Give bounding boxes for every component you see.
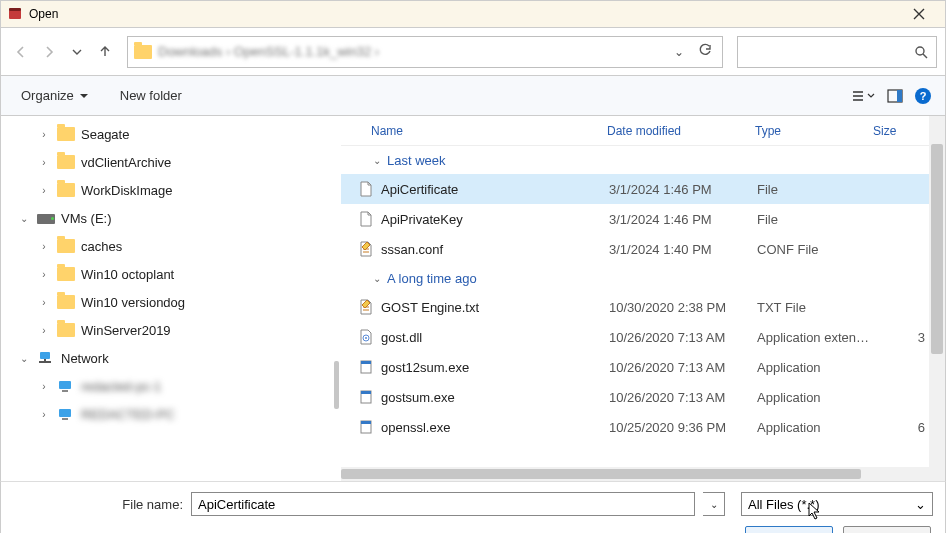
expand-toggle[interactable]: › [37, 325, 51, 336]
file-name: ApiCertificate [381, 182, 609, 197]
col-type[interactable]: Type [755, 124, 873, 138]
tree-item[interactable]: ›redacted-pc-1 [1, 372, 341, 400]
tree-item[interactable]: ⌄VMs (E:) [1, 204, 341, 232]
filename-history-dropdown[interactable]: ⌄ [703, 492, 725, 516]
file-row[interactable]: gost12sum.exe10/26/2020 7:13 AMApplicati… [341, 352, 945, 382]
expand-toggle[interactable]: › [37, 157, 51, 168]
expand-toggle[interactable]: ⌄ [17, 353, 31, 364]
tree-label: Seagate [81, 127, 129, 142]
file-row[interactable]: ApiPrivateKey3/1/2024 1:46 PMFile [341, 204, 945, 234]
tree-label: VMs (E:) [61, 211, 112, 226]
close-button[interactable] [899, 1, 939, 27]
filename-input[interactable] [191, 492, 695, 516]
file-date: 10/26/2020 7:13 AM [609, 330, 757, 345]
file-list-body[interactable]: ⌄Last weekApiCertificate3/1/2024 1:46 PM… [341, 146, 945, 481]
svg-point-2 [916, 47, 924, 55]
preview-pane-button[interactable] [881, 85, 909, 107]
tree-item[interactable]: ›Win10 octoplant [1, 260, 341, 288]
cancel-button[interactable]: Cancel [843, 526, 931, 533]
tree-item[interactable]: ›caches [1, 232, 341, 260]
file-name: openssl.exe [381, 420, 609, 435]
file-type: Application [757, 420, 875, 435]
tree-item[interactable]: ›WinServer2019 [1, 316, 341, 344]
file-date: 10/26/2020 7:13 AM [609, 360, 757, 375]
file-name: ApiPrivateKey [381, 212, 609, 227]
search-input[interactable] [737, 36, 937, 68]
command-bar: Organize New folder ? [0, 76, 946, 116]
file-hscrollbar[interactable] [341, 467, 929, 481]
svg-rect-15 [361, 361, 371, 364]
address-bar[interactable]: Downloads › OpenSSL-1.1.1k_win32 › ⌄ [127, 36, 723, 68]
file-date: 3/1/2024 1:46 PM [609, 212, 757, 227]
tree-item[interactable]: ›REDACTED-PC [1, 400, 341, 428]
tree-label: Win10 octoplant [81, 267, 174, 282]
back-button[interactable] [9, 40, 33, 64]
refresh-button[interactable] [694, 43, 716, 61]
group-label: A long time ago [387, 271, 477, 286]
view-mode-button[interactable] [845, 85, 881, 107]
file-group-header[interactable]: ⌄Last week [341, 146, 945, 174]
tree-item[interactable]: ›Seagate [1, 120, 341, 148]
file-row[interactable]: gostsum.exe10/26/2020 7:13 AMApplication [341, 382, 945, 412]
help-button[interactable]: ? [915, 88, 931, 104]
file-date: 3/1/2024 1:46 PM [609, 182, 757, 197]
folder-icon [134, 45, 152, 59]
tree-item[interactable]: ›Win10 versiondog [1, 288, 341, 316]
open-button[interactable]: Open ▾ [745, 526, 833, 533]
tree-label: Win10 versiondog [81, 295, 185, 310]
file-type: File [757, 212, 875, 227]
chevron-down-icon: ⌄ [373, 273, 381, 284]
expand-toggle[interactable]: › [37, 129, 51, 140]
up-button[interactable] [93, 40, 117, 64]
file-row[interactable]: openssl.exe10/25/2020 9:36 PMApplication… [341, 412, 945, 442]
recent-locations-button[interactable] [65, 40, 89, 64]
group-label: Last week [387, 153, 446, 168]
new-folder-button[interactable]: New folder [114, 84, 188, 107]
forward-button[interactable] [37, 40, 61, 64]
tree-scrollbar[interactable] [334, 361, 339, 409]
tree-item[interactable]: ⌄Network [1, 344, 341, 372]
column-headers[interactable]: Name Date modified Type Size [341, 116, 945, 146]
tree-label: caches [81, 239, 122, 254]
search-icon [914, 45, 928, 59]
main-split: ›Seagate›vdClientArchive›WorkDiskImage⌄V… [0, 116, 946, 481]
address-dropdown[interactable]: ⌄ [670, 45, 688, 59]
file-row[interactable]: GOST Engine.txt10/30/2020 2:38 PMTXT Fil… [341, 292, 945, 322]
file-group-header[interactable]: ⌄A long time ago [341, 264, 945, 292]
organize-menu[interactable]: Organize [15, 84, 94, 107]
tree-item[interactable]: ›vdClientArchive [1, 148, 341, 176]
file-date: 10/30/2020 2:38 PM [609, 300, 757, 315]
expand-toggle[interactable]: › [37, 241, 51, 252]
expand-toggle[interactable]: › [37, 297, 51, 308]
titlebar: Open [0, 0, 946, 28]
file-name: sssan.conf [381, 242, 609, 257]
svg-rect-1 [9, 8, 21, 11]
file-row[interactable]: gost.dll10/26/2020 7:13 AMApplication ex… [341, 322, 945, 352]
app-icon [7, 6, 23, 22]
file-row[interactable]: ApiCertificate3/1/2024 1:46 PMFile [341, 174, 945, 204]
filename-label: File name: [1, 497, 183, 512]
expand-toggle[interactable]: ⌄ [17, 213, 31, 224]
svg-rect-11 [62, 418, 68, 420]
file-row[interactable]: sssan.conf3/1/2024 1:40 PMCONF File [341, 234, 945, 264]
expand-toggle[interactable]: › [37, 381, 51, 392]
col-name[interactable]: Name [371, 124, 607, 138]
file-vscrollbar[interactable] [929, 116, 945, 481]
file-type: TXT File [757, 300, 875, 315]
file-type: CONF File [757, 242, 875, 257]
breadcrumb: Downloads › OpenSSL-1.1.1k_win32 › [158, 44, 664, 59]
expand-toggle[interactable]: › [37, 409, 51, 420]
col-date[interactable]: Date modified [607, 124, 755, 138]
bottom-panel: File name: ⌄ All Files (*.*)⌄ Open ▾ Can… [0, 481, 946, 533]
file-icon [357, 328, 375, 346]
folder-tree[interactable]: ›Seagate›vdClientArchive›WorkDiskImage⌄V… [1, 116, 341, 481]
file-type-filter[interactable]: All Files (*.*)⌄ [741, 492, 933, 516]
expand-toggle[interactable]: › [37, 269, 51, 280]
chevron-down-icon: ⌄ [915, 497, 926, 512]
file-list: Name Date modified Type Size ⌄Last weekA… [341, 116, 945, 481]
nav-toolbar: Downloads › OpenSSL-1.1.1k_win32 › ⌄ [0, 28, 946, 76]
chevron-down-icon: ⌄ [373, 155, 381, 166]
file-type: Application exten… [757, 330, 875, 345]
tree-item[interactable]: ›WorkDiskImage [1, 176, 341, 204]
expand-toggle[interactable]: › [37, 185, 51, 196]
